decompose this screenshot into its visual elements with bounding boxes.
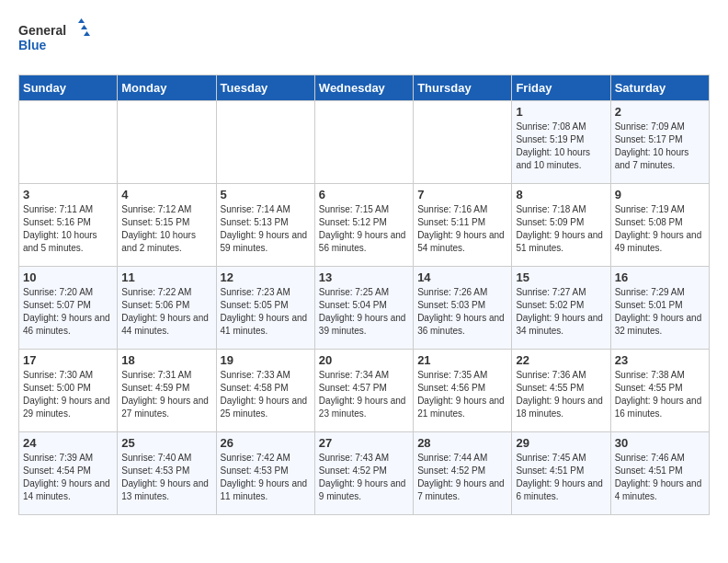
day-info: Sunrise: 7:44 AM Sunset: 4:52 PM Dayligh… <box>417 452 507 503</box>
calendar-week-row: 10Sunrise: 7:20 AM Sunset: 5:07 PM Dayli… <box>19 267 710 350</box>
day-number: 5 <box>221 188 311 201</box>
day-info: Sunrise: 7:38 AM Sunset: 4:55 PM Dayligh… <box>615 369 705 420</box>
day-info: Sunrise: 7:31 AM Sunset: 4:59 PM Dayligh… <box>121 369 211 420</box>
logo-svg: General Blue <box>18 18 92 60</box>
calendar-cell: 4Sunrise: 7:12 AM Sunset: 5:15 PM Daylig… <box>118 184 216 267</box>
day-number: 8 <box>516 188 606 201</box>
day-number: 13 <box>319 270 409 284</box>
day-number: 7 <box>417 188 507 201</box>
day-info: Sunrise: 7:23 AM Sunset: 5:05 PM Dayligh… <box>221 286 311 338</box>
calendar-cell: 25Sunrise: 7:40 AM Sunset: 4:53 PM Dayli… <box>118 432 216 515</box>
calendar-cell: 29Sunrise: 7:45 AM Sunset: 4:51 PM Dayli… <box>512 432 610 515</box>
day-info: Sunrise: 7:36 AM Sunset: 4:55 PM Dayligh… <box>516 369 606 420</box>
svg-text:General: General <box>18 23 66 38</box>
day-info: Sunrise: 7:26 AM Sunset: 5:03 PM Dayligh… <box>417 286 507 338</box>
calendar-week-row: 24Sunrise: 7:39 AM Sunset: 4:54 PM Dayli… <box>19 432 710 515</box>
calendar-cell: 26Sunrise: 7:42 AM Sunset: 4:53 PM Dayli… <box>216 432 314 515</box>
day-number: 22 <box>516 353 606 367</box>
calendar-cell: 15Sunrise: 7:27 AM Sunset: 5:02 PM Dayli… <box>512 267 610 350</box>
day-info: Sunrise: 7:08 AM Sunset: 5:19 PM Dayligh… <box>516 121 606 172</box>
calendar-cell <box>118 101 216 184</box>
calendar-cell <box>19 101 118 184</box>
calendar-cell: 28Sunrise: 7:44 AM Sunset: 4:52 PM Dayli… <box>414 432 512 515</box>
calendar-cell: 10Sunrise: 7:20 AM Sunset: 5:07 PM Dayli… <box>19 267 118 350</box>
calendar-week-row: 1Sunrise: 7:08 AM Sunset: 5:19 PM Daylig… <box>19 101 710 184</box>
column-header-friday: Friday <box>512 75 610 101</box>
day-info: Sunrise: 7:20 AM Sunset: 5:07 PM Dayligh… <box>23 286 113 338</box>
day-number: 9 <box>615 188 705 201</box>
day-info: Sunrise: 7:12 AM Sunset: 5:15 PM Dayligh… <box>121 203 211 255</box>
day-number: 23 <box>615 353 705 367</box>
calendar-week-row: 17Sunrise: 7:30 AM Sunset: 5:00 PM Dayli… <box>19 350 710 432</box>
svg-marker-3 <box>81 25 87 29</box>
calendar-cell: 27Sunrise: 7:43 AM Sunset: 4:52 PM Dayli… <box>314 432 413 515</box>
day-number: 21 <box>417 353 507 367</box>
day-info: Sunrise: 7:33 AM Sunset: 4:58 PM Dayligh… <box>221 369 311 420</box>
day-number: 27 <box>319 436 409 450</box>
day-info: Sunrise: 7:35 AM Sunset: 4:56 PM Dayligh… <box>417 369 507 420</box>
day-info: Sunrise: 7:39 AM Sunset: 4:54 PM Dayligh… <box>23 452 113 503</box>
day-info: Sunrise: 7:19 AM Sunset: 5:08 PM Dayligh… <box>615 203 705 255</box>
day-info: Sunrise: 7:11 AM Sunset: 5:16 PM Dayligh… <box>23 203 113 255</box>
day-info: Sunrise: 7:45 AM Sunset: 4:51 PM Dayligh… <box>516 452 606 503</box>
day-number: 6 <box>319 188 409 201</box>
calendar-cell: 24Sunrise: 7:39 AM Sunset: 4:54 PM Dayli… <box>19 432 118 515</box>
day-number: 16 <box>615 270 705 284</box>
column-header-thursday: Thursday <box>414 75 512 101</box>
calendar-header-row: SundayMondayTuesdayWednesdayThursdayFrid… <box>19 75 710 101</box>
day-number: 25 <box>121 436 211 450</box>
day-number: 20 <box>319 353 409 367</box>
day-info: Sunrise: 7:22 AM Sunset: 5:06 PM Dayligh… <box>121 286 211 338</box>
day-info: Sunrise: 7:14 AM Sunset: 5:13 PM Dayligh… <box>221 203 311 255</box>
calendar-cell: 20Sunrise: 7:34 AM Sunset: 4:57 PM Dayli… <box>314 350 413 432</box>
calendar-cell: 16Sunrise: 7:29 AM Sunset: 5:01 PM Dayli… <box>610 267 709 350</box>
page-header: General Blue <box>18 18 710 60</box>
day-info: Sunrise: 7:15 AM Sunset: 5:12 PM Dayligh… <box>319 203 409 255</box>
svg-marker-2 <box>78 18 85 23</box>
day-number: 26 <box>221 436 311 450</box>
calendar-table: SundayMondayTuesdayWednesdayThursdayFrid… <box>18 75 710 515</box>
day-number: 2 <box>615 105 705 119</box>
day-number: 24 <box>23 436 113 450</box>
day-info: Sunrise: 7:27 AM Sunset: 5:02 PM Dayligh… <box>516 286 606 338</box>
calendar-cell: 14Sunrise: 7:26 AM Sunset: 5:03 PM Dayli… <box>414 267 512 350</box>
column-header-sunday: Sunday <box>19 75 118 101</box>
day-number: 12 <box>221 270 311 284</box>
column-header-saturday: Saturday <box>610 75 709 101</box>
calendar-cell: 23Sunrise: 7:38 AM Sunset: 4:55 PM Dayli… <box>610 350 709 432</box>
calendar-cell <box>314 101 413 184</box>
calendar-cell: 8Sunrise: 7:18 AM Sunset: 5:09 PM Daylig… <box>512 184 610 267</box>
day-info: Sunrise: 7:25 AM Sunset: 5:04 PM Dayligh… <box>319 286 409 338</box>
day-info: Sunrise: 7:40 AM Sunset: 4:53 PM Dayligh… <box>121 452 211 503</box>
column-header-monday: Monday <box>118 75 216 101</box>
day-info: Sunrise: 7:16 AM Sunset: 5:11 PM Dayligh… <box>417 203 507 255</box>
day-info: Sunrise: 7:29 AM Sunset: 5:01 PM Dayligh… <box>615 286 705 338</box>
calendar-cell: 3Sunrise: 7:11 AM Sunset: 5:16 PM Daylig… <box>19 184 118 267</box>
day-number: 15 <box>516 270 606 284</box>
day-info: Sunrise: 7:09 AM Sunset: 5:17 PM Dayligh… <box>615 121 705 172</box>
day-number: 19 <box>221 353 311 367</box>
day-info: Sunrise: 7:18 AM Sunset: 5:09 PM Dayligh… <box>516 203 606 255</box>
day-number: 29 <box>516 436 606 450</box>
calendar-cell: 6Sunrise: 7:15 AM Sunset: 5:12 PM Daylig… <box>314 184 413 267</box>
calendar-cell: 19Sunrise: 7:33 AM Sunset: 4:58 PM Dayli… <box>216 350 314 432</box>
calendar-cell: 2Sunrise: 7:09 AM Sunset: 5:17 PM Daylig… <box>610 101 709 184</box>
calendar-cell: 11Sunrise: 7:22 AM Sunset: 5:06 PM Dayli… <box>118 267 216 350</box>
calendar-cell: 17Sunrise: 7:30 AM Sunset: 5:00 PM Dayli… <box>19 350 118 432</box>
calendar-week-row: 3Sunrise: 7:11 AM Sunset: 5:16 PM Daylig… <box>19 184 710 267</box>
calendar-cell <box>414 101 512 184</box>
calendar-cell: 18Sunrise: 7:31 AM Sunset: 4:59 PM Dayli… <box>118 350 216 432</box>
svg-text:Blue: Blue <box>18 38 47 52</box>
svg-marker-4 <box>84 31 90 36</box>
day-info: Sunrise: 7:43 AM Sunset: 4:52 PM Dayligh… <box>319 452 409 503</box>
day-number: 28 <box>417 436 507 450</box>
column-header-wednesday: Wednesday <box>314 75 413 101</box>
day-info: Sunrise: 7:42 AM Sunset: 4:53 PM Dayligh… <box>221 452 311 503</box>
column-header-tuesday: Tuesday <box>216 75 314 101</box>
day-number: 1 <box>516 105 606 119</box>
calendar-cell <box>216 101 314 184</box>
calendar-cell: 9Sunrise: 7:19 AM Sunset: 5:08 PM Daylig… <box>610 184 709 267</box>
calendar-cell: 22Sunrise: 7:36 AM Sunset: 4:55 PM Dayli… <box>512 350 610 432</box>
calendar-cell: 7Sunrise: 7:16 AM Sunset: 5:11 PM Daylig… <box>414 184 512 267</box>
day-number: 10 <box>23 270 113 284</box>
